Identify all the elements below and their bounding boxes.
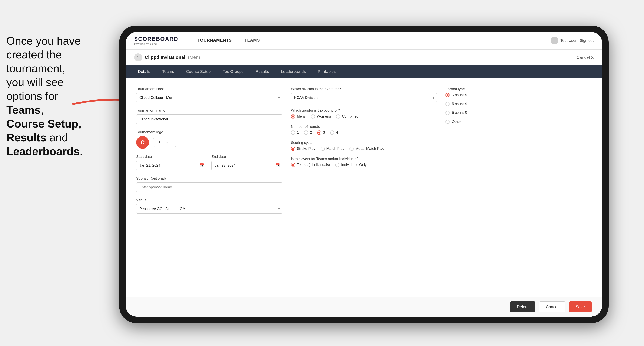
format-type-label: Format type — [446, 87, 592, 91]
form-column-2: Which division is the event for? NCAA Di… — [291, 87, 437, 214]
tournament-name-group: Tournament name — [136, 108, 282, 124]
top-nav: TOURNAMENTS TEAMS — [191, 36, 550, 45]
start-date-group: Start date 📅 — [136, 155, 207, 171]
start-date-wrapper: 📅 — [136, 161, 207, 171]
tablet-screen: SCOREBOARD Powered by clippd TOURNAMENTS… — [126, 32, 602, 317]
rounds-group: Number of rounds 1 2 — [291, 125, 437, 135]
gender-mens-radio[interactable] — [291, 114, 295, 119]
tournament-gender: (Men) — [188, 55, 200, 60]
format-other-option[interactable]: Other — [446, 120, 592, 124]
scoring-group: Scoring system Stroke Play Match Play — [291, 141, 437, 151]
end-date-input[interactable] — [211, 161, 282, 171]
format-6count5-radio[interactable] — [446, 111, 450, 115]
venue-select-wrapper: Peachtree GC - Atlanta - GA — [136, 204, 282, 214]
rounds-4-radio[interactable] — [330, 131, 334, 135]
individuals-teams-option[interactable]: Teams (+Individuals) — [291, 163, 330, 167]
start-date-input[interactable] — [136, 161, 207, 171]
app-header: SCOREBOARD Powered by clippd TOURNAMENTS… — [126, 32, 602, 49]
rounds-label: Number of rounds — [291, 125, 437, 129]
end-date-label: End date — [211, 155, 282, 159]
logo-area: SCOREBOARD Powered by clippd — [134, 36, 178, 45]
scoring-medal-option[interactable]: Medal Match Play — [350, 147, 384, 151]
scoring-stroke-radio[interactable] — [291, 147, 295, 151]
rounds-4-option[interactable]: 4 — [330, 131, 338, 135]
scoring-match-radio[interactable] — [320, 147, 325, 151]
scoring-radio-group: Stroke Play Match Play Medal Match Play — [291, 147, 437, 151]
tournament-host-group: Tournament Host Clippd College - Men — [136, 87, 282, 102]
gender-label: Which gender is the event for? — [291, 108, 437, 113]
gender-combined-radio[interactable] — [336, 114, 340, 119]
user-area: Test User | Sign out — [550, 37, 594, 44]
delete-button[interactable]: Delete — [510, 301, 536, 312]
end-date-wrapper: 📅 — [211, 161, 282, 171]
tab-details[interactable]: Details — [132, 65, 156, 78]
rounds-2-option[interactable]: 2 — [304, 131, 312, 135]
logo-sub: Powered by clippd — [134, 42, 178, 45]
upload-button[interactable]: Upload — [153, 138, 176, 147]
tournament-icon: C — [134, 53, 142, 61]
instruction-text: Once you have created the tournament, yo… — [0, 30, 94, 163]
save-button[interactable]: Save — [569, 301, 592, 312]
cancel-top-button[interactable]: Cancel X — [576, 55, 594, 60]
scoring-stroke-option[interactable]: Stroke Play — [291, 147, 316, 151]
footer-bar: Delete Cancel Save — [126, 297, 602, 317]
gender-womens-radio[interactable] — [311, 114, 315, 119]
format-6count4-radio[interactable] — [446, 102, 450, 106]
format-type-group: Format type 5 count 4 6 count 4 6 count … — [446, 87, 592, 127]
rounds-3-option[interactable]: 3 — [317, 131, 325, 135]
form-column-1: Tournament Host Clippd College - Men Tou… — [136, 87, 282, 214]
tab-leaderboards[interactable]: Leaderboards — [275, 65, 312, 78]
sponsor-group: Sponsor (optional) — [136, 176, 282, 192]
form-layout: Tournament Host Clippd College - Men Tou… — [136, 87, 592, 214]
format-5count4-option[interactable]: 5 count 4 — [446, 93, 592, 97]
venue-select[interactable]: Peachtree GC - Atlanta - GA — [136, 204, 282, 214]
rounds-radio-group: 1 2 3 4 — [291, 131, 437, 135]
tab-tee-groups[interactable]: Tee Groups — [217, 65, 250, 78]
format-6count4-option[interactable]: 6 count 4 — [446, 102, 592, 106]
individuals-label: Is this event for Teams and/or Individua… — [291, 157, 437, 161]
cancel-button[interactable]: Cancel — [539, 301, 566, 312]
end-date-group: End date 📅 — [211, 155, 282, 171]
gender-womens-option[interactable]: Womens — [311, 114, 331, 119]
division-select[interactable]: NCAA Division III — [291, 93, 437, 102]
scoring-medal-radio[interactable] — [350, 147, 354, 151]
tablet-frame: SCOREBOARD Powered by clippd TOURNAMENTS… — [119, 25, 609, 323]
gender-combined-option[interactable]: Combined — [336, 114, 358, 119]
dates-row: Start date 📅 End date 📅 — [136, 155, 282, 171]
start-date-label: Start date — [136, 155, 207, 159]
sponsor-input[interactable] — [136, 182, 282, 192]
format-5count4-radio[interactable] — [446, 93, 450, 97]
rounds-1-option[interactable]: 1 — [291, 131, 299, 135]
individuals-only-radio[interactable] — [335, 163, 340, 167]
gender-mens-option[interactable]: Mens — [291, 114, 306, 119]
format-6count5-option[interactable]: 6 count 5 — [446, 111, 592, 115]
division-select-wrapper: NCAA Division III — [291, 93, 437, 102]
logo-upload-row: C Upload — [136, 136, 282, 149]
rounds-2-radio[interactable] — [304, 131, 308, 135]
scoring-match-option[interactable]: Match Play — [320, 147, 344, 151]
tournament-host-select[interactable]: Clippd College - Men — [136, 93, 282, 102]
tab-printables[interactable]: Printables — [312, 65, 342, 78]
start-calendar-icon: 📅 — [200, 163, 204, 168]
tournament-logo-group: Tournament logo C Upload — [136, 130, 282, 149]
end-calendar-icon: 📅 — [275, 163, 280, 168]
nav-tab-teams[interactable]: TEAMS — [238, 36, 266, 45]
venue-label: Venue — [136, 198, 282, 202]
division-group: Which division is the event for? NCAA Di… — [291, 87, 437, 102]
user-label[interactable]: Test User | Sign out — [560, 38, 594, 43]
rounds-3-radio[interactable] — [317, 131, 321, 135]
format-other-radio[interactable] — [446, 120, 450, 124]
logo-preview: C — [136, 136, 149, 149]
tab-teams[interactable]: Teams — [156, 65, 180, 78]
individuals-teams-radio[interactable] — [291, 163, 295, 167]
tournament-bar: C Clippd Invitational (Men) Cancel X — [126, 49, 602, 65]
nav-tab-tournaments[interactable]: TOURNAMENTS — [191, 36, 238, 45]
sub-navigation: Details Teams Course Setup Tee Groups Re… — [126, 65, 602, 78]
gender-radio-group: Mens Womens Combined — [291, 114, 437, 119]
tab-course-setup[interactable]: Course Setup — [180, 65, 217, 78]
rounds-1-radio[interactable] — [291, 131, 295, 135]
individuals-only-option[interactable]: Individuals Only — [335, 163, 367, 167]
tab-results[interactable]: Results — [250, 65, 275, 78]
tournament-name-label: Tournament name — [136, 108, 282, 113]
tournament-name-input[interactable] — [136, 114, 282, 124]
